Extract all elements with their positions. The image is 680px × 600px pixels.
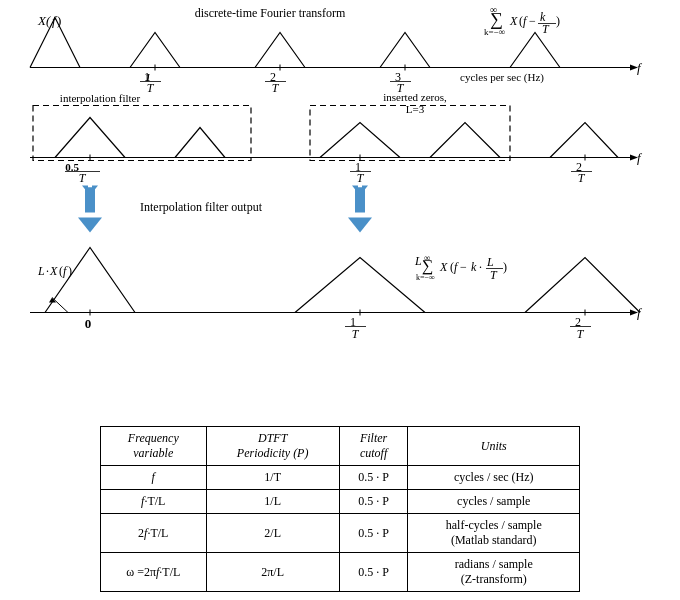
dtft-period-4: 2π/L bbox=[206, 553, 339, 592]
svg-text:inserted zeros,: inserted zeros, bbox=[383, 91, 447, 103]
svg-text:X: X bbox=[49, 264, 58, 278]
table-row: ω =2πf·T/L 2π/L 0.5 · P radians / sample… bbox=[101, 553, 580, 592]
svg-text:Interpolation filter output: Interpolation filter output bbox=[140, 200, 263, 214]
filter-cutoff-3: 0.5 · P bbox=[339, 514, 408, 553]
svg-text:): ) bbox=[503, 260, 507, 274]
svg-text:0: 0 bbox=[85, 316, 92, 331]
xf-label: X( bbox=[37, 13, 51, 28]
svg-text:L: L bbox=[486, 255, 494, 269]
svg-text:cycles per sec (Hz): cycles per sec (Hz) bbox=[460, 71, 544, 84]
svg-text:T: T bbox=[357, 171, 365, 185]
svg-text:·: · bbox=[46, 264, 49, 278]
svg-marker-54 bbox=[78, 218, 102, 233]
svg-text:T: T bbox=[577, 327, 585, 341]
svg-text:): ) bbox=[556, 14, 560, 28]
svg-text:k=−∞: k=−∞ bbox=[484, 27, 505, 37]
svg-text:f: f bbox=[637, 60, 643, 75]
dtft-period-3: 2/L bbox=[206, 514, 339, 553]
col-header-freq-var: Frequencyvariable bbox=[101, 427, 207, 466]
freq-var-3: 2f·T/L bbox=[101, 514, 207, 553]
filter-cutoff-1: 0.5 · P bbox=[339, 466, 408, 490]
svg-text:f: f bbox=[637, 305, 643, 320]
svg-text:·: · bbox=[479, 260, 482, 274]
table-row: f·T/L 1/L 0.5 · P cycles / sample bbox=[101, 490, 580, 514]
freq-var-2: f·T/L bbox=[101, 490, 207, 514]
col-header-dtft-period: DTFTPeriodicity (P) bbox=[206, 427, 339, 466]
svg-text:f: f bbox=[454, 260, 459, 274]
filter-cutoff-2: 0.5 · P bbox=[339, 490, 408, 514]
svg-text:T: T bbox=[147, 81, 155, 95]
svg-text:T: T bbox=[272, 81, 280, 95]
frequency-table: Frequencyvariable DTFTPeriodicity (P) Fi… bbox=[100, 426, 580, 592]
svg-line-67 bbox=[52, 298, 68, 313]
svg-text:−: − bbox=[460, 260, 467, 274]
dtft-period-1: 1/T bbox=[206, 466, 339, 490]
freq-var-4: ω =2πf·T/L bbox=[101, 553, 207, 592]
dtft-period-2: 1/L bbox=[206, 490, 339, 514]
svg-text:−: − bbox=[529, 14, 536, 28]
svg-text:f: f bbox=[637, 150, 643, 165]
units-3: half-cycles / sample(Matlab standard) bbox=[408, 514, 580, 553]
table-row: 2f·T/L 2/L 0.5 · P half-cycles / sample(… bbox=[101, 514, 580, 553]
freq-var-1: f bbox=[101, 466, 207, 490]
units-1: cycles / sec (Hz) bbox=[408, 466, 580, 490]
units-4: radians / sample(Z-transform) bbox=[408, 553, 580, 592]
main-container: X( f ) 1 1 1 T 2 T 3 T c bbox=[0, 0, 680, 600]
diagram-svg: X( f ) 1 1 1 T 2 T 3 T c bbox=[0, 0, 680, 380]
units-2: cycles / sample bbox=[408, 490, 580, 514]
svg-text:T: T bbox=[352, 327, 360, 341]
svg-text:X: X bbox=[439, 260, 448, 274]
svg-text:X: X bbox=[509, 14, 518, 28]
svg-text:interpolation filter: interpolation filter bbox=[60, 92, 141, 104]
svg-marker-57 bbox=[348, 218, 372, 233]
svg-text:T: T bbox=[490, 268, 498, 282]
svg-text:∑: ∑ bbox=[490, 9, 503, 29]
svg-text:T: T bbox=[79, 171, 87, 185]
svg-text:discrete-time Fourier transfor: discrete-time Fourier transform bbox=[195, 6, 346, 20]
svg-text:T: T bbox=[578, 171, 586, 185]
filter-cutoff-4: 0.5 · P bbox=[339, 553, 408, 592]
svg-text:0.5: 0.5 bbox=[65, 161, 79, 173]
col-header-filter-cutoff: Filtercutoff bbox=[339, 427, 408, 466]
table-row: f 1/T 0.5 · P cycles / sec (Hz) bbox=[101, 466, 580, 490]
svg-text:f: f bbox=[523, 14, 528, 28]
col-header-units: Units bbox=[408, 427, 580, 466]
svg-text:k=−∞: k=−∞ bbox=[416, 273, 435, 282]
svg-text:L=3: L=3 bbox=[406, 103, 425, 115]
svg-rect-34 bbox=[33, 106, 251, 161]
svg-rect-56 bbox=[355, 188, 365, 213]
svg-rect-53 bbox=[85, 188, 95, 213]
svg-text:k: k bbox=[471, 260, 477, 274]
svg-text:L: L bbox=[37, 264, 45, 278]
comparison-table: Frequencyvariable DTFTPeriodicity (P) Fi… bbox=[100, 426, 580, 592]
svg-text:L: L bbox=[414, 254, 422, 268]
